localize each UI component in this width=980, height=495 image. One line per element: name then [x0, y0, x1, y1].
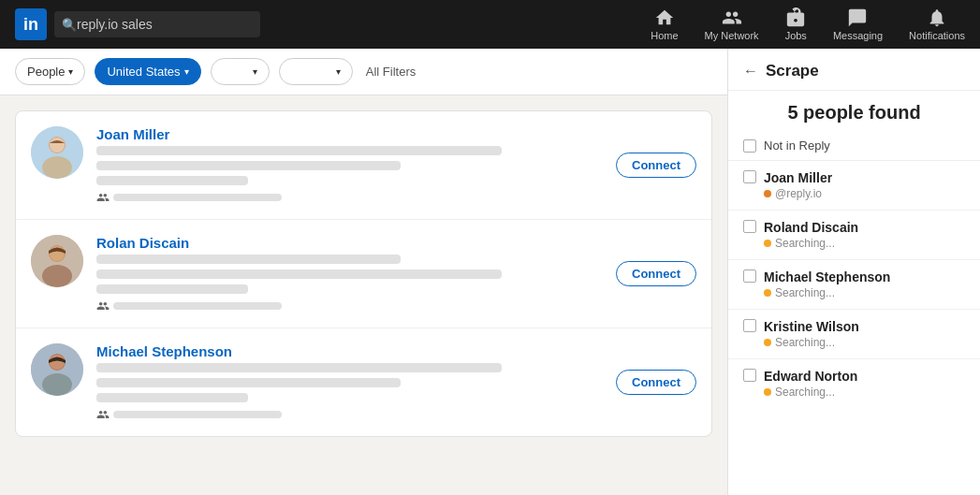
- results-card: Joan Miller Connect: [15, 110, 712, 437]
- skeleton-line: [96, 363, 502, 372]
- nav-home[interactable]: Home: [651, 7, 678, 41]
- mutual-skeleton: [113, 302, 282, 310]
- dropdown1-filter-button[interactable]: ▾: [211, 58, 271, 85]
- status-indicator: [764, 388, 771, 396]
- scrape-person-checkbox[interactable]: [743, 319, 756, 332]
- result-name[interactable]: Michael Stephenson: [96, 343, 603, 359]
- nav-my-network[interactable]: My Network: [705, 7, 759, 41]
- location-chevron-icon: ▾: [184, 66, 189, 77]
- svg-point-11: [50, 355, 65, 370]
- people-found-count: 5 people found: [728, 91, 980, 131]
- scrape-panel: ← Scrape 5 people found Not in Reply Joa…: [727, 49, 980, 495]
- mutual-info: [96, 408, 603, 421]
- table-row: Joan Miller Connect: [16, 111, 711, 220]
- scrape-person-status: Searching...: [764, 286, 965, 299]
- scrape-person-name: Joan Miller: [764, 170, 965, 185]
- mutual-info: [96, 191, 603, 204]
- dropdown1-chevron-icon: ▾: [253, 66, 257, 77]
- scrape-person-status: Searching...: [764, 237, 965, 250]
- results-container: Joan Miller Connect: [0, 95, 727, 495]
- dropdown2-filter-button[interactable]: ▾: [279, 58, 352, 85]
- status-indicator: [764, 190, 771, 197]
- all-filters-button[interactable]: All Filters: [366, 65, 416, 79]
- scrape-people-list: Joan Miller @reply.io Roland Discain Sea…: [728, 161, 980, 495]
- connect-button[interactable]: Connect: [616, 370, 696, 395]
- scrape-person-name: Roland Discain: [764, 220, 965, 235]
- scrape-person-info: Kristine Wilson Searching...: [764, 319, 965, 349]
- scrape-person-info: Michael Stephenson Searching...: [764, 269, 965, 299]
- status-indicator: [764, 339, 771, 346]
- scrape-person-name: Michael Stephenson: [764, 269, 965, 284]
- list-item: Kristine Wilson Searching...: [728, 310, 980, 359]
- list-item: Michael Stephenson Searching...: [728, 260, 980, 310]
- skeleton-line: [96, 255, 401, 264]
- search-input[interactable]: [54, 11, 260, 37]
- scrape-person-info: Edward Norton Searching...: [764, 369, 965, 399]
- list-item: Roland Discain Searching...: [728, 211, 980, 260]
- linkedin-navbar: in 🔍 Home My Network Jobs Messaging Noti…: [0, 0, 980, 49]
- search-icon: 🔍: [62, 18, 77, 32]
- result-name[interactable]: Rolan Discain: [96, 235, 603, 251]
- status-indicator: [764, 240, 771, 247]
- nav-messaging[interactable]: Messaging: [833, 7, 883, 41]
- scrape-person-status: @reply.io: [764, 187, 965, 200]
- scrape-person-checkbox[interactable]: [743, 170, 756, 183]
- scrape-title: Scrape: [766, 62, 819, 80]
- connect-button[interactable]: Connect: [616, 153, 696, 178]
- not-in-reply-label: Not in Reply: [764, 138, 830, 153]
- result-info: Rolan Discain: [96, 235, 603, 313]
- skeleton-line: [96, 146, 502, 155]
- result-info: Joan Miller: [96, 126, 603, 204]
- scrape-person-checkbox[interactable]: [743, 220, 756, 233]
- filter-bar: People ▾ United States ▾ ▾ ▾ All Filters: [0, 49, 727, 95]
- linkedin-content: People ▾ United States ▾ ▾ ▾ All Filters: [0, 49, 727, 495]
- people-filter-button[interactable]: People ▾: [15, 58, 85, 85]
- svg-point-6: [42, 265, 72, 287]
- list-item: Joan Miller @reply.io: [728, 161, 980, 211]
- main-layout: People ▾ United States ▾ ▾ ▾ All Filters: [0, 49, 980, 495]
- nav-jobs[interactable]: Jobs: [785, 7, 807, 41]
- scrape-person-name: Kristine Wilson: [764, 319, 965, 334]
- connect-button[interactable]: Connect: [616, 261, 696, 286]
- people-chevron-icon: ▾: [68, 66, 73, 77]
- result-info: Michael Stephenson: [96, 343, 603, 421]
- mutual-skeleton: [113, 194, 282, 201]
- avatar: [31, 343, 83, 396]
- not-in-reply-checkbox[interactable]: [743, 139, 756, 153]
- scrape-back-button[interactable]: ←: [743, 63, 758, 80]
- avatar: [31, 126, 83, 179]
- skeleton-line: [96, 269, 502, 279]
- nav-icons: Home My Network Jobs Messaging Notificat…: [651, 7, 965, 41]
- table-row: Rolan Discain Connect: [16, 220, 711, 328]
- skeleton-line: [96, 176, 248, 185]
- scrape-person-name: Edward Norton: [764, 369, 965, 384]
- skeleton-line: [96, 284, 248, 294]
- scrape-person-status: Searching...: [764, 386, 965, 399]
- status-indicator: [764, 289, 771, 297]
- scrape-person-status: Searching...: [764, 336, 965, 349]
- skeleton-line: [96, 161, 401, 170]
- linkedin-logo: in: [15, 8, 47, 40]
- svg-point-2: [42, 156, 72, 179]
- scrape-person-info: Joan Miller @reply.io: [764, 170, 965, 200]
- mutual-info: [96, 299, 603, 313]
- scrape-header: ← Scrape: [728, 49, 980, 91]
- search-wrapper: 🔍: [54, 11, 260, 37]
- location-filter-button[interactable]: United States ▾: [95, 58, 200, 85]
- skeleton-line: [96, 393, 248, 402]
- svg-point-10: [42, 373, 72, 396]
- scrape-person-info: Roland Discain Searching...: [764, 220, 965, 250]
- not-in-reply-row: Not in Reply: [728, 131, 980, 161]
- skeleton-line: [96, 378, 401, 387]
- svg-point-3: [50, 138, 65, 153]
- result-name[interactable]: Joan Miller: [96, 126, 603, 142]
- mutual-skeleton: [113, 411, 282, 418]
- table-row: Michael Stephenson Connect: [16, 328, 711, 436]
- list-item: Edward Norton Searching...: [728, 359, 980, 408]
- scrape-person-checkbox[interactable]: [743, 269, 756, 283]
- dropdown2-chevron-icon: ▾: [336, 66, 341, 77]
- scrape-person-checkbox[interactable]: [743, 369, 756, 382]
- nav-notifications[interactable]: Notifications: [909, 7, 965, 41]
- avatar: [31, 235, 83, 287]
